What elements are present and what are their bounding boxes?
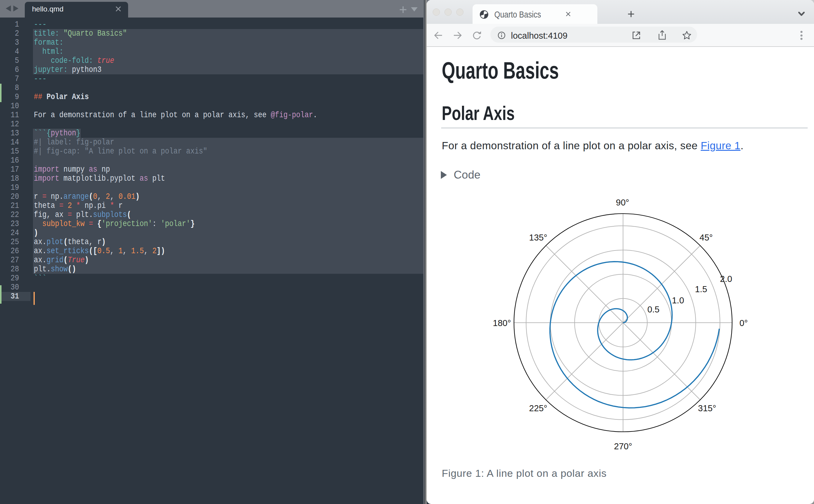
svg-text:1.0: 1.0 — [672, 296, 684, 305]
svg-text:270°: 270° — [614, 441, 632, 451]
svg-text:225°: 225° — [529, 403, 547, 413]
svg-text:1.5: 1.5 — [695, 284, 707, 294]
svg-text:2.0: 2.0 — [720, 274, 732, 284]
svg-text:45°: 45° — [699, 233, 713, 242]
svg-text:0°: 0° — [739, 318, 748, 328]
svg-text:135°: 135° — [529, 233, 547, 242]
svg-text:180°: 180° — [493, 318, 511, 328]
svg-text:0.5: 0.5 — [647, 305, 659, 314]
svg-text:315°: 315° — [698, 403, 716, 413]
svg-text:90°: 90° — [616, 198, 629, 207]
